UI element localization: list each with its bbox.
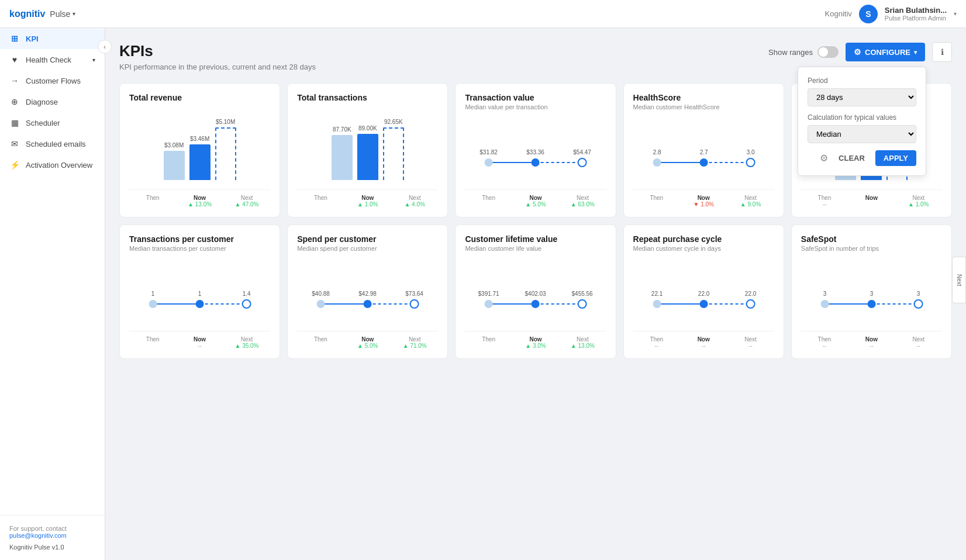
kpi-footer-item: Next -- bbox=[727, 336, 774, 349]
bar-value: $5.10M bbox=[216, 119, 235, 125]
sidebar-toggle-button[interactable]: ‹ bbox=[98, 40, 112, 54]
footer-label: Then bbox=[818, 336, 832, 343]
bar-value: 87.70K bbox=[333, 126, 351, 133]
kpi-footer-item: Now -- bbox=[680, 336, 727, 349]
gear-icon: ⚙ bbox=[854, 47, 861, 57]
line-chart-svg: $31.82$33.36$54.47 bbox=[465, 139, 606, 180]
svg-point-55 bbox=[914, 300, 922, 308]
kpi-footer-item: Then -- bbox=[801, 195, 848, 208]
footer-label: Then bbox=[146, 336, 160, 343]
svg-point-23 bbox=[243, 300, 251, 308]
footer-change: -- bbox=[823, 201, 827, 208]
kpi-footer-item: Then bbox=[297, 195, 344, 208]
product-switcher[interactable]: Pulse ▾ bbox=[50, 9, 75, 19]
footer-change: -- bbox=[702, 343, 706, 349]
page-header: KPIs KPI performance in the previous, cu… bbox=[119, 42, 952, 71]
kpi-chart-area: 2.82.73.0 bbox=[633, 117, 774, 185]
footer-change: ▲ 13.0% bbox=[571, 343, 595, 349]
svg-text:$33.36: $33.36 bbox=[527, 149, 545, 155]
sidebar-item-customer-flows[interactable]: → Customer Flows bbox=[0, 70, 105, 91]
footer-change: ▲ 35.0% bbox=[234, 343, 258, 349]
next-page-indicator[interactable]: Next bbox=[952, 257, 966, 303]
svg-text:3: 3 bbox=[870, 291, 874, 297]
sidebar-item-kpi[interactable]: ⊞ KPI bbox=[0, 28, 105, 49]
bar-now bbox=[357, 134, 378, 180]
footer-label: Now bbox=[698, 195, 710, 201]
kpi-footer: Then Now ▲ 5.0% Next ▲ 71.0% bbox=[297, 331, 438, 349]
svg-text:3: 3 bbox=[917, 291, 920, 297]
sidebar-item-health-check[interactable]: ♥ Health Check ▾ bbox=[0, 49, 105, 70]
sidebar-item-label: Scheduled emails bbox=[26, 140, 86, 148]
svg-point-38 bbox=[532, 300, 540, 308]
info-button[interactable]: ℹ bbox=[932, 42, 952, 62]
sidebar-item-scheduler[interactable]: ▦ Scheduler bbox=[0, 112, 105, 133]
kpi-card-subtitle: Median value per transaction bbox=[465, 103, 606, 110]
svg-point-37 bbox=[485, 300, 493, 308]
page-title-section: KPIs KPI performance in the previous, cu… bbox=[119, 42, 316, 71]
svg-point-6 bbox=[532, 158, 540, 167]
kpi-card-customer-lifetime-value: Customer lifetime value Median customer … bbox=[455, 224, 616, 359]
kpi-footer-item: Now ▲ 1.0% bbox=[344, 195, 391, 208]
support-email-link[interactable]: pulse@kognitiv.com bbox=[9, 532, 67, 539]
kpi-footer: Then Now ▲ 5.0% Next ▲ 63.0% bbox=[465, 189, 606, 208]
platform-label: Kognitiv bbox=[825, 9, 852, 18]
svg-text:1: 1 bbox=[151, 291, 155, 297]
show-ranges-toggle[interactable] bbox=[817, 46, 839, 58]
kpi-footer-item: Now -- bbox=[848, 336, 895, 349]
kpi-grid-row2: Transactions per customer Median transac… bbox=[119, 224, 952, 359]
bar-group: $5.10M bbox=[215, 119, 236, 180]
svg-text:$40.88: $40.88 bbox=[312, 291, 330, 297]
footer-label: Next bbox=[409, 195, 421, 201]
footer-label: Now bbox=[361, 336, 374, 343]
clear-button[interactable]: CLEAR bbox=[833, 150, 871, 166]
bar-then bbox=[164, 151, 185, 180]
avatar: S bbox=[859, 5, 878, 23]
svg-text:22.0: 22.0 bbox=[744, 291, 756, 297]
kpi-footer-item: Then bbox=[129, 336, 176, 349]
apply-button[interactable]: APPLY bbox=[875, 150, 916, 166]
kpi-footer: Then Now ▲ 13.0% Next ▲ 47.0% bbox=[129, 189, 270, 208]
line-chart-svg: 2.82.73.0 bbox=[633, 139, 774, 180]
period-select[interactable]: 28 days 7 days 14 days 90 days bbox=[808, 88, 916, 106]
calc-label: Calculation for typical values bbox=[808, 113, 916, 122]
sidebar-item-activation-overview[interactable]: ⚡ Activation Overview bbox=[0, 154, 105, 175]
footer-change: -- bbox=[870, 343, 874, 349]
footer-label: Next bbox=[241, 195, 253, 201]
activation-overview-icon: ⚡ bbox=[9, 160, 20, 170]
sidebar-footer: For support, contact pulse@kognitiv.com … bbox=[0, 515, 105, 560]
kpi-footer-item: Then bbox=[129, 195, 176, 208]
kpi-card-subtitle: Median customer life value bbox=[465, 245, 606, 252]
kpi-footer-item: Now ▼ 1.0% bbox=[680, 195, 727, 208]
sidebar-item-diagnose[interactable]: ⊕ Diagnose bbox=[0, 91, 105, 112]
bar-group: 87.70K bbox=[332, 126, 353, 180]
configure-button[interactable]: ⚙ CONFIGURE ▾ bbox=[846, 43, 925, 61]
kpi-footer: Then -- Now -- Next -- bbox=[633, 331, 774, 349]
sidebar-item-scheduled-emails[interactable]: ✉ Scheduled emails bbox=[0, 133, 105, 154]
kpi-card-subtitle: Median spend per customer bbox=[297, 245, 438, 252]
svg-text:3.0: 3.0 bbox=[746, 149, 754, 155]
svg-point-13 bbox=[653, 158, 661, 167]
user-role: Pulse Platform Admin bbox=[885, 15, 947, 22]
sidebar-item-label: Activation Overview bbox=[26, 161, 92, 170]
svg-text:$54.47: $54.47 bbox=[574, 149, 592, 155]
show-ranges-label: Show ranges bbox=[768, 48, 813, 57]
footer-change: ▲ 9.0% bbox=[740, 201, 761, 208]
svg-text:22.1: 22.1 bbox=[651, 291, 663, 297]
health-check-icon: ♥ bbox=[9, 55, 20, 64]
dropdown-actions: ⚙ CLEAR APPLY bbox=[808, 150, 916, 166]
user-menu-chevron-icon[interactable]: ▾ bbox=[954, 11, 957, 17]
svg-text:$73.64: $73.64 bbox=[405, 291, 423, 297]
footer-change: -- bbox=[748, 343, 753, 349]
kpi-card-title: Customer lifetime value bbox=[465, 234, 606, 244]
footer-change: ▼ 1.0% bbox=[693, 201, 713, 208]
kpi-icon: ⊞ bbox=[9, 34, 20, 43]
svg-point-45 bbox=[653, 300, 661, 308]
logo: kognitiv bbox=[9, 9, 45, 19]
kpi-footer-item: Then -- bbox=[633, 336, 680, 349]
kpi-chart-area: $40.88$42.98$73.64 bbox=[297, 259, 438, 326]
calc-select[interactable]: Median Mean bbox=[808, 125, 916, 143]
footer-label: Next bbox=[913, 336, 925, 343]
kpi-card-total-revenue: Total revenue $3.08M $3.46M $5.10M Then … bbox=[119, 83, 280, 217]
kpi-footer-item: Then bbox=[465, 336, 512, 349]
svg-point-53 bbox=[820, 300, 829, 308]
